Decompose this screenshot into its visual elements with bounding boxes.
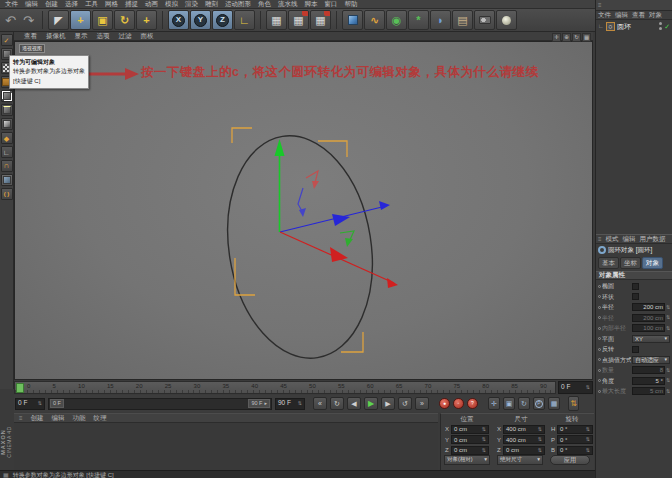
material-menu-item[interactable]: 编辑	[52, 415, 65, 422]
menu-item[interactable]: 创建	[45, 1, 58, 8]
coordinate-mode-dropdown[interactable]: 对象(相对)▾	[444, 455, 490, 465]
menu-item[interactable]: 流水线	[278, 1, 298, 8]
key-scale-toggle[interactable]: ▣	[503, 397, 515, 410]
current-frame-field[interactable]: 0 F ⇅	[558, 381, 593, 394]
menu-item[interactable]: 窗口	[325, 1, 338, 8]
keyframe-dot[interactable]	[598, 379, 601, 382]
play-mode-button[interactable]: ↺	[398, 397, 412, 410]
object-label[interactable]: 圆环	[617, 23, 631, 30]
key-rotation-toggle[interactable]: ↻	[518, 397, 530, 410]
timeline-ruler[interactable]: 051015202530354045505560657075808590	[14, 381, 556, 394]
keyframe-dot[interactable]	[598, 295, 601, 298]
panel-menu-icon[interactable]: ≡	[19, 415, 23, 421]
keyframe-dot[interactable]	[598, 390, 601, 393]
keyframe-selection-button[interactable]: ?	[467, 398, 478, 409]
scale-tool-button[interactable]: ▣	[92, 10, 113, 30]
keyframe-dot[interactable]	[598, 369, 601, 372]
key-position-toggle[interactable]: ✛	[488, 397, 500, 410]
start-frame-field[interactable]: 0 F ⇅	[15, 398, 45, 410]
spinner-icon[interactable]: ⇅	[298, 401, 302, 406]
menu-item[interactable]: 运动图形	[225, 1, 251, 8]
nurbs-generator-button[interactable]: ◗	[430, 10, 451, 30]
menu-item[interactable]: 网格	[105, 1, 118, 8]
spinner-icon[interactable]: ⇅	[38, 401, 42, 406]
toggle-views-icon[interactable]: ▦	[582, 33, 591, 42]
panel-menu-icon[interactable]: ≡	[598, 236, 602, 242]
undo-icon[interactable]: ↶	[2, 14, 19, 27]
key-pla-toggle[interactable]: ▦	[548, 397, 560, 410]
x-axis-arrow[interactable]	[330, 247, 348, 262]
apply-button[interactable]: 应用	[550, 455, 590, 465]
menu-item[interactable]: 帮助	[345, 1, 358, 8]
tab-object[interactable]: 对象	[642, 257, 663, 269]
axis-gizmo[interactable]	[275, 139, 399, 288]
viewport-menu-item[interactable]: 摄像机	[46, 33, 66, 40]
visibility-dots[interactable]	[659, 22, 662, 30]
subdivision-surface-button[interactable]: ◉	[386, 10, 407, 30]
menu-item[interactable]: 模拟	[165, 1, 178, 8]
rotation-h-field[interactable]: 0 °⇅	[557, 425, 593, 434]
go-to-end-button[interactable]: »	[415, 397, 429, 410]
viewport-menu-item[interactable]: 面板	[141, 33, 154, 40]
render-view-button[interactable]: ▦	[266, 10, 287, 30]
rotate-tool-button[interactable]: ↻	[114, 10, 135, 30]
menu-item[interactable]: 编辑	[25, 1, 38, 8]
rotation-p-field[interactable]: 0 °⇅	[557, 435, 593, 444]
menu-item[interactable]: 渲染	[185, 1, 198, 8]
menu-item[interactable]: 动画	[145, 1, 158, 8]
interpolation-dropdown[interactable]: 自动适应▾	[632, 356, 670, 364]
attribute-menu-item[interactable]: 模式	[606, 236, 619, 243]
spinner-icon[interactable]: ⇅	[666, 305, 670, 310]
lock-x-axis-button[interactable]: X	[168, 10, 189, 30]
viewport-menu-item[interactable]: 选项	[97, 33, 110, 40]
material-menu-item[interactable]: 创建	[31, 415, 44, 422]
deformer-button[interactable]: *	[408, 10, 429, 30]
menu-item[interactable]: 雕刻	[205, 1, 218, 8]
viewport-menu-item[interactable]: 查看	[24, 33, 37, 40]
size-mode-dropdown[interactable]: 绝对尺寸▾	[497, 455, 543, 465]
menu-item[interactable]: 角色	[258, 1, 271, 8]
radius-field[interactable]: 200 cm	[632, 303, 665, 311]
record-keyframe-button[interactable]: ●	[439, 398, 450, 409]
circle-spline[interactable]	[212, 125, 387, 368]
lock-y-axis-button[interactable]: Y	[190, 10, 211, 30]
key-parameter-toggle[interactable]: P	[533, 397, 545, 410]
panel-menu-icon[interactable]: ≡	[598, 2, 602, 8]
object-manager-menu-item[interactable]: 文件	[598, 12, 611, 19]
spline-pen-button[interactable]: ∿	[364, 10, 385, 30]
range-start-handle[interactable]: 0 F	[50, 399, 64, 408]
end-frame-field[interactable]: 90 F ⇅	[275, 398, 305, 410]
size-z-field[interactable]: 0 cm⇅	[503, 446, 545, 455]
position-z-field[interactable]: 0 cm⇅	[451, 446, 489, 455]
tab-basic[interactable]: 基本	[598, 257, 619, 269]
object-row-circle[interactable]: ∟ ○ 圆环 ✓	[596, 20, 672, 32]
material-menu-item[interactable]: 纹理	[94, 415, 107, 422]
plane-dropdown[interactable]: XY▾	[632, 335, 670, 343]
range-end-handle[interactable]: 90 F▸	[248, 399, 270, 408]
y-axis-arrow[interactable]	[275, 139, 285, 156]
tab-coordinates[interactable]: 坐标	[620, 257, 641, 269]
spinner-icon[interactable]: ⇅	[666, 378, 670, 383]
rotation-b-field[interactable]: 0 °⇅	[557, 446, 593, 455]
enabled-check-icon[interactable]: ✓	[664, 23, 670, 30]
pan-view-icon[interactable]: ✛	[552, 33, 561, 42]
playhead[interactable]	[16, 383, 24, 393]
preview-range-slider[interactable]: 0 F 90 F▸	[48, 398, 272, 410]
last-tool-button[interactable]: +	[136, 10, 157, 30]
angle-field[interactable]: 5 °	[632, 377, 665, 385]
attribute-menu-item[interactable]: 用户数据	[640, 236, 666, 243]
menu-item[interactable]: 脚本	[305, 1, 318, 8]
next-frame-button[interactable]: ▶	[381, 397, 395, 410]
keyframe-dot[interactable]	[598, 285, 601, 288]
snap-magnet-button[interactable]: ∩	[1, 160, 13, 172]
material-menu-item[interactable]: 功能	[73, 415, 86, 422]
size-x-field[interactable]: 400 cm⇅	[503, 425, 545, 434]
menu-item[interactable]: 选择	[65, 1, 78, 8]
keyframe-dot[interactable]	[598, 358, 601, 361]
render-settings-button[interactable]: ▦	[310, 10, 331, 30]
object-manager-menu-item[interactable]: 查看	[632, 12, 645, 19]
keyframe-dot[interactable]	[598, 316, 601, 319]
viewport-menu-item[interactable]: 过滤	[119, 33, 132, 40]
play-button[interactable]: ▶	[364, 397, 378, 410]
enable-axis-button[interactable]: ∟	[1, 146, 13, 158]
